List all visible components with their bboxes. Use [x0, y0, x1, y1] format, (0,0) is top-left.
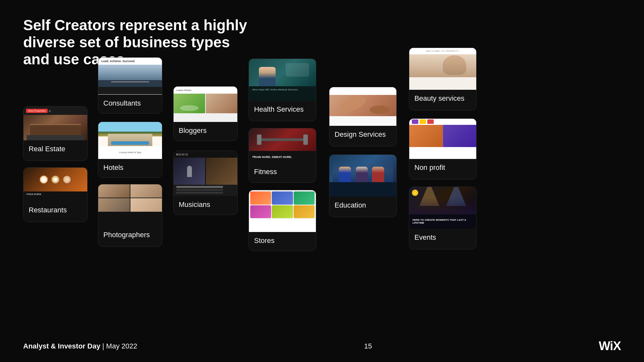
photo-cell [98, 198, 130, 211]
sushi-icon [51, 175, 60, 184]
card-fitness: Train Hard. Sweat Hard. Fitness [249, 128, 316, 183]
fitness-text: Train Hard. Sweat Hard. [249, 151, 316, 163]
design-shape [370, 106, 390, 114]
footer: Analyst & Investor Day | May 2022 15 WiX [0, 339, 644, 353]
doctor-silhouette [259, 67, 276, 86]
store-item [272, 191, 293, 205]
np-image-cell [409, 125, 442, 147]
store-item [294, 205, 315, 218]
card-label-events: Events [409, 229, 476, 247]
card-label-stores: Stores [249, 232, 316, 250]
card-label-photographers: Photographers [98, 226, 162, 244]
card-bloggers: Lorem Flores Bloggers [173, 86, 238, 141]
beauty-header-text: WELCOME TO SERENITY [409, 48, 476, 54]
card-label-beauty-services: Beauty services [409, 90, 476, 108]
card-events: ⭐ HERE TO CREATE MOMENTS THAT LAST A LIF… [409, 187, 477, 249]
card-consultants: Lead. Achieve. Succeed. Consultants [98, 57, 162, 114]
music-photo [206, 158, 237, 185]
card-stores: Stores [249, 190, 316, 251]
store-item [250, 205, 271, 218]
store-item [250, 191, 271, 205]
photo-cell [130, 184, 162, 198]
nav-text: ||| [49, 110, 51, 112]
music-photo [174, 158, 205, 185]
photo-cell [98, 184, 130, 198]
card-label-fitness: Fitness [249, 163, 316, 181]
events-text: HERE TO CREATE MOMENTS THAT LAST A LIFET… [409, 214, 476, 229]
card-label-non-profit: Non profit [409, 159, 476, 177]
music-list-item [176, 192, 223, 194]
card-restaurants: YOZA KURA Restaurants [23, 167, 88, 222]
blog-photo [206, 94, 237, 113]
consultants-top-text: Lead. Achieve. Succeed. [98, 58, 162, 65]
beauty-person [443, 55, 466, 75]
page-number: 15 [364, 342, 372, 350]
footer-event: Analyst & Investor Day | May 2022 [23, 342, 137, 350]
np-image-cell [443, 125, 476, 147]
store-item [294, 191, 315, 205]
photo-cell [130, 198, 162, 211]
card-musicians: MUSIC Musicians [173, 151, 238, 215]
card-label-bloggers: Bloggers [174, 122, 237, 140]
np-flag [427, 119, 434, 124]
sushi-icon [39, 175, 48, 184]
music-list-item [176, 189, 223, 191]
card-label-design-services: Design Services [329, 126, 396, 144]
np-flag [412, 119, 418, 124]
music-list-item [176, 186, 223, 188]
sushi-icon [62, 175, 71, 184]
card-label-restaurants: Restaurants [24, 201, 87, 219]
card-real-estate: New Properties ||| Real Estate [23, 106, 88, 161]
card-label-musicians: Musicians [174, 196, 237, 214]
card-design-services: Design Services [329, 87, 397, 146]
card-beauty-services: WELCOME TO SERENITY Beauty services [409, 48, 477, 110]
barbell-icon [259, 138, 306, 141]
card-education: Education [329, 154, 397, 217]
card-photographers: Photographers [98, 184, 162, 247]
card-label-real-estate: Real Estate [24, 140, 87, 158]
card-label-health-services: Health Services [249, 101, 316, 119]
card-hotels: Luxury Hotel & Spa Hotels [98, 122, 162, 178]
blog-photo [174, 94, 205, 113]
events-logo: ⭐ [412, 190, 418, 196]
hotel-text: Luxury Hotel & Spa [98, 146, 162, 159]
events-crowd [409, 198, 476, 214]
nav-pill: New Properties [26, 109, 48, 113]
card-label-consultants: Consultants [98, 95, 162, 113]
student-figure [372, 167, 384, 182]
np-flag [420, 119, 426, 124]
footer-event-date: | May 2022 [100, 342, 137, 350]
student-figure [356, 167, 368, 182]
design-shape [338, 95, 368, 114]
card-label-education: Education [329, 197, 396, 215]
footer-event-bold: Analyst & Investor Day [23, 342, 100, 350]
health-info: Alice Hope MD Online Medical Services [249, 86, 316, 101]
store-item [272, 205, 293, 218]
card-label-hotels: Hotels [98, 159, 162, 177]
card-non-profit: Non profit [409, 118, 477, 180]
card-health-services: Alice Hope MD Online Medical Services He… [249, 59, 316, 121]
student-figure [339, 167, 351, 182]
music-header: MUSIC [174, 151, 237, 158]
students-group [333, 160, 393, 182]
wix-logo: WiX [599, 339, 621, 353]
